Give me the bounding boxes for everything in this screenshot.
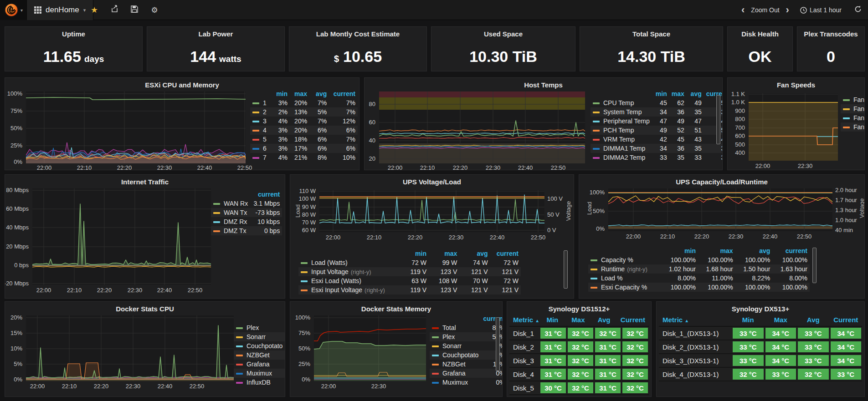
panel-title[interactable]: Synology DS1512+ <box>507 305 651 313</box>
legend-item[interactable]: Fan A <box>841 122 865 132</box>
zoom-out-button[interactable]: Zoom Out <box>751 6 779 14</box>
legend-scrollbar[interactable] <box>564 250 568 289</box>
legend-item[interactable]: PCH Temp49525152 <box>591 126 723 135</box>
panel-title[interactable]: Fan Speeds <box>728 81 864 89</box>
legend-item[interactable]: Fan 4 <box>841 113 865 122</box>
legend-column-header[interactable]: avg <box>735 247 773 255</box>
table-column-header[interactable]: Max <box>565 314 591 326</box>
panel-title[interactable]: Lab Montly Cost Estimate <box>289 30 426 38</box>
table-column-header[interactable]: Min <box>539 314 565 326</box>
legend-column-header[interactable]: min <box>652 90 669 98</box>
legend-item[interactable]: InfluxDB0% <box>234 378 285 387</box>
legend-scrollbar[interactable] <box>812 248 817 283</box>
panel-title[interactable]: Total Space <box>580 30 723 38</box>
refresh-icon[interactable] <box>854 5 862 15</box>
panel-title[interactable]: Lab Power <box>147 30 284 38</box>
legend-item[interactable]: System Temp34363536 <box>591 107 723 117</box>
legend-item[interactable]: Esxi Load (Watts)63 W108 W70 W72 W <box>298 276 521 285</box>
time-back-chevron[interactable]: ‹ <box>741 5 745 15</box>
table-column-header[interactable]: Current <box>830 314 863 326</box>
favorite-star-icon[interactable]: ★ <box>89 5 99 15</box>
legend-column-header[interactable]: max <box>669 90 687 98</box>
legend-column-header[interactable]: max <box>290 90 309 98</box>
legend-column-header[interactable]: current <box>285 315 285 323</box>
legend-item[interactable]: Plex5% <box>234 323 285 332</box>
legend-item[interactable]: Fan 2 <box>841 95 865 104</box>
legend-item[interactable]: DIMMA2 Temp33353334 <box>591 153 723 162</box>
panel-title[interactable]: Docker Stats Memory <box>290 305 502 313</box>
legend-item[interactable]: 13%20%7%7% <box>250 98 358 107</box>
esxi-chart[interactable] <box>26 91 246 163</box>
panel-title[interactable]: Used Space <box>431 30 575 38</box>
docker-cpu-chart[interactable] <box>26 315 234 381</box>
time-forward-chevron[interactable]: › <box>786 5 789 15</box>
legend-item[interactable]: 22%13%5%7% <box>250 107 358 117</box>
legend-item[interactable]: WAN Rx3.1 Mbps <box>211 199 282 208</box>
legend-scrollbar[interactable] <box>496 317 500 371</box>
legend-item[interactable]: Couchpotato1% <box>430 350 503 360</box>
time-range-picker[interactable]: Last 1 hour <box>800 6 842 14</box>
legend-item[interactable]: Sonarr0% <box>234 332 285 341</box>
table-column-header[interactable]: Max <box>765 314 797 326</box>
legend-column-header[interactable]: min <box>398 249 429 258</box>
host-temps-chart[interactable] <box>379 91 585 163</box>
legend-item[interactable]: Load (Watts)72 W99 W74 W72 W <box>298 258 521 267</box>
legend-column-header[interactable]: avg <box>687 90 704 98</box>
legend-item[interactable]: 43%20%6%6% <box>250 126 358 135</box>
panel-title[interactable]: Plex Transcodes <box>797 30 864 38</box>
internet-chart[interactable] <box>32 188 211 285</box>
panel-title[interactable]: Uptime <box>5 30 142 38</box>
table-column-header[interactable]: Min <box>732 314 765 326</box>
ups-voltage-chart[interactable] <box>319 190 544 232</box>
legend-scrollbar[interactable] <box>716 95 720 144</box>
legend-item[interactable]: Muximux0% <box>234 369 285 378</box>
legend-item[interactable]: VRM Temp42454345 <box>591 135 723 144</box>
legend-item[interactable]: CPU Temp45624950 <box>591 98 723 107</box>
table-column-header[interactable]: Metric▲ <box>659 314 732 326</box>
panel-title[interactable]: ESXi CPU and Memory <box>5 81 359 89</box>
legend-column-header[interactable]: max <box>698 247 735 255</box>
legend-item[interactable]: Esxi Input Voltage(right-y)119 V123 V121… <box>298 285 521 294</box>
legend-item[interactable]: 53%18%6%7% <box>250 135 358 144</box>
legend-item[interactable]: Capacity %100.00%100.00%100.00%100.00% <box>588 255 810 264</box>
share-icon[interactable] <box>109 5 119 15</box>
legend-item[interactable]: Plex59% <box>430 332 503 341</box>
legend-column-header[interactable]: avg <box>459 249 490 258</box>
panel-title[interactable]: Host Temps <box>365 81 722 89</box>
legend-item[interactable]: DMZ Tx0 bps <box>211 226 282 235</box>
panel-title[interactable]: Synology DX513+ <box>657 305 864 313</box>
legend-column-header[interactable]: min <box>270 90 290 98</box>
legend-item[interactable]: 34%20%7%12% <box>250 117 358 126</box>
panel-title[interactable]: UPS Capacity/Load/Runtime <box>579 178 864 186</box>
legend-item[interactable]: Total81% <box>430 323 503 332</box>
legend-item[interactable]: Esxi Capacity %100.00%100.00%100.00%100.… <box>588 283 810 292</box>
settings-gear-icon[interactable]: ⚙ <box>149 5 159 15</box>
legend-column-header[interactable]: max <box>429 249 459 258</box>
panel-title[interactable]: UPS Voltage/Load <box>290 178 574 186</box>
legend-column-header[interactable]: min <box>661 247 698 255</box>
table-column-header[interactable]: Avg <box>797 314 830 326</box>
ups-capacity-chart[interactable] <box>608 188 832 231</box>
legend-item[interactable]: DIMMA1 Temp34363536 <box>591 144 723 153</box>
legend-item[interactable]: NZBGet11% <box>430 360 503 369</box>
legend-item[interactable]: Grafana0% <box>430 369 503 378</box>
fan-speeds-chart[interactable] <box>749 93 838 161</box>
grafana-logo[interactable]: ▾ <box>0 0 26 20</box>
legend-item[interactable]: Load %8.00%11.00%8.22%8.00% <box>588 274 810 283</box>
legend-item[interactable]: Input Voltage(right-y)119 V123 V121 V121… <box>298 267 521 276</box>
table-column-header[interactable]: Avg <box>591 314 617 326</box>
docker-memory-chart[interactable] <box>314 315 426 381</box>
legend-item[interactable]: Runtime(right-y)1.02 hour1.68 hour1.50 h… <box>588 264 810 274</box>
legend-item[interactable]: DMZ Rx10 kbps <box>211 217 282 226</box>
save-icon[interactable] <box>129 5 139 15</box>
legend-item[interactable]: Peripheral Temp47494748 <box>591 117 723 126</box>
legend-item[interactable]: Fan 3 <box>841 104 865 113</box>
legend-column-header[interactable]: avg <box>309 90 329 98</box>
legend-column-header[interactable]: current <box>250 190 282 199</box>
panel-title[interactable]: Disk Health <box>728 30 792 38</box>
legend-item[interactable]: WAN Tx-73 kbps <box>211 208 282 217</box>
legend-item[interactable]: Grafana0% <box>234 360 285 369</box>
legend-item[interactable]: 74%21%8%10% <box>250 153 358 162</box>
panel-title[interactable]: Docker Stats CPU <box>5 305 285 313</box>
table-column-header[interactable]: Current <box>617 314 649 326</box>
